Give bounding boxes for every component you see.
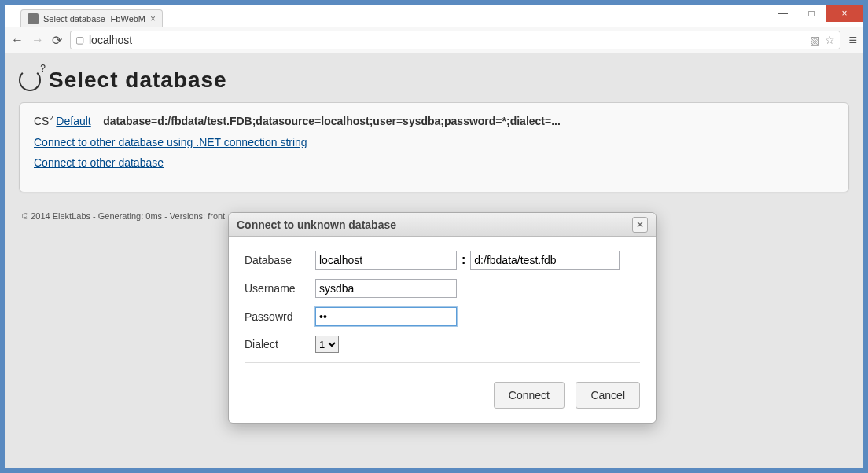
connection-string: database=d:/fbdata/test.FDB;datasource=l… [103, 115, 561, 127]
colon-separator: : [462, 253, 465, 267]
menu-icon[interactable]: ≡ [848, 32, 857, 49]
window-close-button[interactable]: × [826, 5, 863, 22]
connect-other-link[interactable]: Connect to other database [34, 156, 164, 169]
maximize-button[interactable]: □ [797, 5, 826, 22]
connect-dialog: Connect to unknown database ✕ Database :… [228, 212, 657, 424]
page-content: ? Select database CS? Default database=d… [5, 53, 863, 468]
bookmark-ext-icon[interactable]: ▧ [810, 34, 820, 46]
tab-close-icon[interactable]: × [150, 13, 156, 24]
browser-tab[interactable]: Select database- FbWebM × [20, 9, 163, 27]
connect-net-link[interactable]: Connect to other database using .NET con… [34, 136, 307, 148]
label-password: Passowrd [245, 310, 315, 323]
main-panel: CS? Default database=d:/fbdata/test.FDB;… [19, 102, 849, 192]
page-title: Select database [49, 68, 227, 93]
url-field-wrap[interactable]: ▢ ▧ ☆ [70, 31, 840, 50]
titlebar: Select database- FbWebM × — □ × [5, 5, 863, 27]
label-dialect: Dialect [245, 338, 315, 350]
minimize-button[interactable]: — [769, 5, 797, 22]
cs-sup: ? [49, 114, 53, 122]
forward-icon[interactable]: → [31, 33, 44, 47]
label-username: Username [245, 282, 315, 295]
password-input[interactable] [315, 307, 457, 326]
db-host-input[interactable] [315, 251, 457, 270]
cs-label: CS [34, 115, 49, 127]
star-icon[interactable]: ☆ [825, 34, 835, 46]
reload-icon[interactable]: ⟳ [52, 33, 62, 48]
tab-title: Select database- FbWebM [43, 14, 145, 24]
address-bar: ← → ⟳ ▢ ▧ ☆ ≡ [5, 27, 863, 53]
username-input[interactable] [315, 279, 457, 298]
spinner-icon: ? [19, 69, 41, 91]
db-path-input[interactable] [470, 251, 620, 270]
favicon-icon [28, 13, 39, 24]
back-icon[interactable]: ← [11, 33, 24, 47]
connect-button[interactable]: Connect [494, 382, 565, 409]
dialog-header[interactable]: Connect to unknown database ✕ [229, 213, 656, 236]
globe-icon: ▢ [75, 35, 84, 46]
dialog-close-icon[interactable]: ✕ [632, 217, 648, 233]
cancel-button[interactable]: Cancel [576, 382, 640, 409]
dialog-title: Connect to unknown database [237, 218, 396, 231]
default-link[interactable]: Default [56, 115, 90, 127]
dialect-select[interactable]: 1 [315, 336, 339, 353]
help-superscript: ? [40, 63, 46, 74]
label-database: Database [245, 254, 315, 266]
url-input[interactable] [89, 34, 805, 46]
